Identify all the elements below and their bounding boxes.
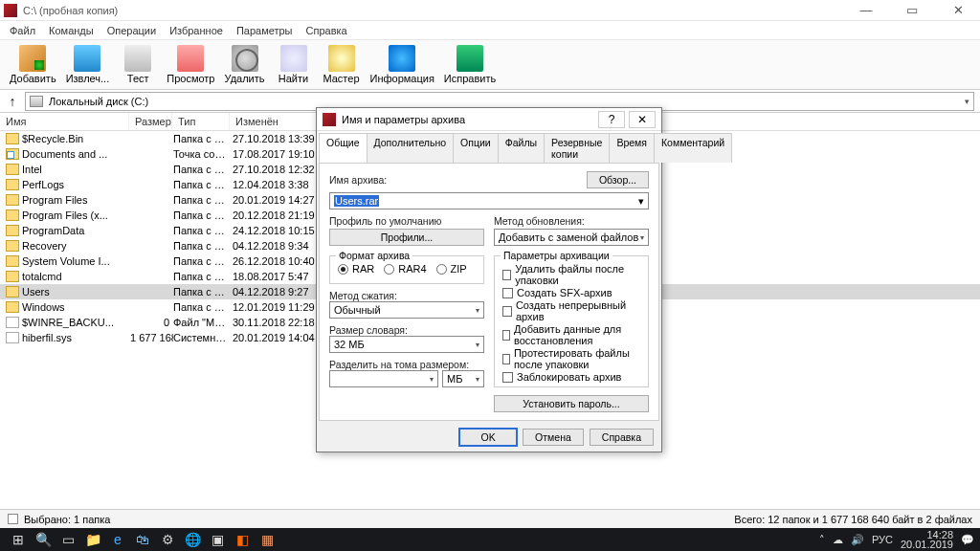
chevron-down-icon: ▾: [965, 97, 969, 106]
toolbar-find-button[interactable]: Найти: [273, 43, 315, 86]
edge-icon[interactable]: e: [105, 530, 130, 549]
update-method-label: Метод обновления:: [494, 215, 649, 227]
status-left: Выбрано: 1 папка: [24, 514, 110, 525]
view-icon: [177, 45, 204, 72]
file-icon: [6, 332, 19, 343]
format-zip-radio[interactable]: ZIP: [436, 263, 467, 275]
add-icon: [19, 45, 46, 72]
toolbar: ДобавитьИзвлеч...ТестПросмотрУдалитьНайт…: [0, 40, 980, 90]
close-button[interactable]: ✕: [944, 3, 972, 17]
dict-combo[interactable]: 32 МБ▾: [329, 336, 484, 353]
winrar-icon[interactable]: ▦: [255, 530, 279, 549]
tray-clock[interactable]: 14:28 20.01.2019: [901, 530, 953, 549]
menu-file[interactable]: Файл: [4, 23, 41, 38]
status-right: Всего: 12 папок и 1 677 168 640 байт в 2…: [734, 514, 972, 525]
toolbar-ext-button[interactable]: Извлеч...: [64, 43, 112, 86]
folder-icon: [6, 164, 19, 175]
toolbar-del-button[interactable]: Удалить: [223, 43, 267, 86]
param-check-2[interactable]: Создать непрерывный архив: [502, 299, 640, 322]
tray-notify-icon[interactable]: 💬: [961, 534, 974, 546]
terminal-icon[interactable]: ▣: [205, 530, 230, 549]
toolbar-add-button[interactable]: Добавить: [8, 43, 58, 86]
select-all-checkbox[interactable]: [8, 514, 18, 524]
tab-backup[interactable]: Резервные копии: [544, 133, 610, 163]
update-method-combo[interactable]: Добавить с заменой файлов▾: [494, 229, 649, 246]
drive-label: Локальный диск (C:): [49, 96, 148, 107]
folder-icon: [6, 301, 19, 313]
settings-icon[interactable]: ⚙: [155, 530, 180, 549]
col-type[interactable]: Тип: [172, 113, 230, 130]
search-icon[interactable]: 🔍: [31, 530, 56, 549]
store-icon[interactable]: 🛍: [130, 530, 155, 549]
dialog-titlebar[interactable]: Имя и параметры архива ? ✕: [317, 108, 661, 131]
param-check-5[interactable]: Заблокировать архив: [502, 371, 640, 383]
toolbar-view-button[interactable]: Просмотр: [165, 43, 216, 86]
archive-name-label: Имя архива:: [329, 174, 387, 186]
tab-advanced[interactable]: Дополнительно: [367, 133, 455, 163]
menu-commands[interactable]: Команды: [43, 23, 100, 38]
ok-button[interactable]: OK: [459, 429, 517, 446]
taskbar[interactable]: ⊞ 🔍 ▭ 📁 e 🛍 ⚙ 🌐 ▣ ◧ ▦ ˄ ☁ 🔊 РУС 14:28 20…: [0, 528, 980, 551]
param-check-0[interactable]: Удалить файлы после упаковки: [502, 263, 640, 286]
help-button[interactable]: Справка: [590, 429, 654, 446]
toolbar-info-button[interactable]: Информация: [368, 43, 436, 86]
col-modified[interactable]: Изменён: [230, 113, 318, 130]
folder-icon: [6, 286, 19, 298]
folder-icon: [6, 225, 19, 236]
app-icon: [4, 4, 17, 17]
col-size[interactable]: Размер: [129, 113, 172, 130]
tab-general[interactable]: Общие: [319, 133, 368, 163]
chrome-icon[interactable]: 🌐: [180, 530, 205, 549]
param-check-1[interactable]: Создать SFX-архив: [502, 287, 640, 298]
param-check-4[interactable]: Протестировать файлы после упаковки: [502, 347, 640, 370]
tab-comment[interactable]: Комментарий: [654, 133, 732, 163]
maximize-button[interactable]: ▭: [898, 3, 926, 17]
dialog-close-button[interactable]: ✕: [629, 111, 656, 128]
col-name[interactable]: Имя: [0, 113, 129, 130]
browse-button[interactable]: Обзор...: [587, 171, 649, 188]
toolbar-test-button[interactable]: Тест: [117, 43, 159, 86]
start-button[interactable]: ⊞: [6, 530, 31, 549]
split-label: Разделить на тома размером:: [329, 359, 484, 370]
split-size-combo[interactable]: ▾: [329, 370, 438, 387]
status-bar: Выбрано: 1 папка Всего: 12 папок и 1 677…: [0, 509, 980, 528]
profiles-button[interactable]: Профили...: [329, 229, 484, 246]
dialog-help-button[interactable]: ?: [598, 111, 625, 128]
folder-icon: [6, 179, 19, 190]
chevron-down-icon: ▾: [638, 195, 644, 208]
tab-files[interactable]: Файлы: [498, 133, 545, 163]
minimize-button[interactable]: —: [852, 3, 880, 17]
cancel-button[interactable]: Отмена: [523, 429, 584, 446]
tab-options[interactable]: Опции: [453, 133, 499, 163]
find-icon: [280, 45, 307, 72]
fix-icon: [457, 45, 483, 72]
del-icon: [232, 45, 258, 72]
dialog-title: Имя и параметры архива: [342, 114, 465, 125]
toolbar-fix-button[interactable]: Исправить: [442, 43, 498, 86]
menu-help[interactable]: Справка: [301, 23, 353, 38]
menu-operations[interactable]: Операции: [101, 23, 162, 38]
totalcmd-icon[interactable]: ◧: [230, 530, 255, 549]
tray-cloud-icon[interactable]: ☁: [833, 534, 843, 546]
menu-options[interactable]: Параметры: [231, 23, 299, 38]
explorer-icon[interactable]: 📁: [80, 530, 105, 549]
tray-lang[interactable]: РУС: [872, 534, 893, 545]
window-titlebar: C:\ (пробная копия) — ▭ ✕: [0, 0, 980, 21]
system-tray[interactable]: ˄ ☁ 🔊 РУС 14:28 20.01.2019 💬: [819, 530, 974, 549]
up-button[interactable]: ↑: [6, 94, 19, 109]
compress-combo[interactable]: Обычный▾: [329, 301, 484, 319]
format-rar-radio[interactable]: RAR: [338, 263, 374, 275]
split-unit-combo[interactable]: МБ▾: [442, 370, 484, 387]
tray-volume-icon[interactable]: 🔊: [851, 534, 864, 546]
password-button[interactable]: Установить пароль...: [494, 395, 649, 412]
format-rar4-radio[interactable]: RAR4: [384, 263, 426, 275]
menu-bar: Файл Команды Операции Избранное Параметр…: [0, 21, 980, 40]
taskview-icon[interactable]: ▭: [56, 530, 80, 549]
tab-time[interactable]: Время: [609, 133, 655, 163]
param-check-3[interactable]: Добавить данные для восстановления: [502, 323, 640, 346]
toolbar-wiz-button[interactable]: Мастер: [321, 43, 363, 86]
tray-up-icon[interactable]: ˄: [819, 534, 825, 546]
menu-favorites[interactable]: Избранное: [164, 23, 229, 38]
folder-icon: [6, 255, 19, 267]
archive-name-input[interactable]: Users.rar ▾: [329, 192, 649, 209]
